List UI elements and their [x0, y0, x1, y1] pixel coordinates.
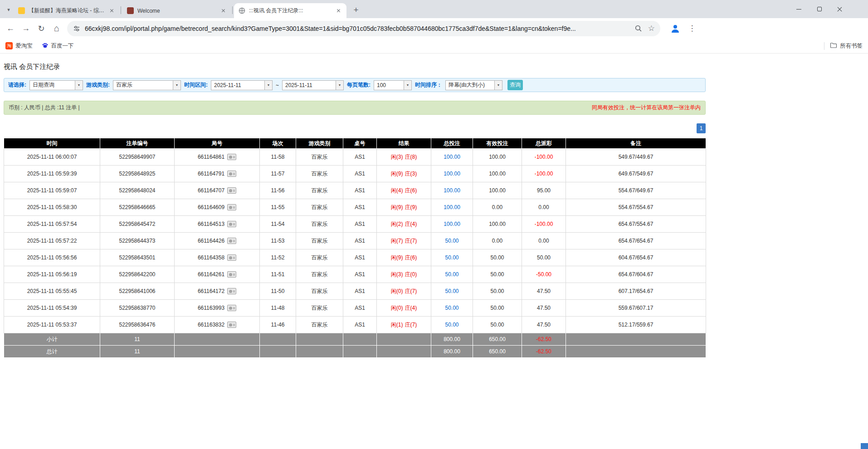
table-row: 2025-11-11 05:56:56 522958643501 6611643… [4, 249, 706, 266]
cell-session: 11-53 [260, 233, 296, 249]
cell-time: 2025-11-11 05:53:37 [4, 317, 100, 333]
chevron-down-icon[interactable] [173, 80, 181, 90]
total-bet-link[interactable]: 50.00 [445, 305, 458, 311]
address-bar[interactable]: 66cxkj98.com/ipl/portal.php/game/betreco… [67, 21, 660, 36]
table-row: 2025-11-11 05:55:45 522958641006 6611641… [4, 283, 706, 300]
bookmark-star-icon[interactable] [648, 24, 655, 33]
forward-icon[interactable] [18, 21, 34, 36]
result-banker: 庄(6) [405, 254, 417, 261]
date-from-dropdown[interactable]: 2025-11-11 [211, 80, 273, 90]
cell-total-bet: 100.00 [431, 149, 473, 166]
date-from-value[interactable]: 2025-11-11 [211, 80, 264, 90]
sort-value[interactable]: 降幕(由大到小) [445, 80, 494, 90]
cell-valid-bet: 50.00 [473, 249, 522, 266]
site-info-icon[interactable] [73, 24, 81, 33]
result-banker: 庄(7) [405, 238, 417, 244]
per-page-value[interactable]: 100 [374, 80, 404, 90]
video-replay-icon[interactable] [227, 288, 236, 294]
chevron-down-icon[interactable] [336, 80, 344, 90]
window-close-button[interactable] [829, 0, 850, 18]
pagination-bottom[interactable] [861, 443, 868, 449]
browser-tab-3-active[interactable]: :::视讯 会员下注纪录::: [234, 3, 346, 18]
cell-session: 11-54 [260, 216, 296, 233]
back-icon[interactable] [3, 21, 18, 36]
video-replay-icon[interactable] [227, 187, 236, 194]
date-to-value[interactable]: 2025-11-11 [282, 80, 336, 90]
game-type-label: 游戏类别: [86, 81, 110, 89]
cell-total-bet: 50.00 [431, 249, 473, 266]
cell-round-no: 661163993 [175, 300, 260, 317]
tab-1-title: 【新提醒】海燕策略论坛 - 综合... [29, 7, 105, 15]
search-button[interactable]: 查询 [507, 80, 523, 90]
chevron-down-icon[interactable] [264, 80, 273, 90]
total-bet-link[interactable]: 50.00 [445, 271, 458, 278]
video-replay-icon[interactable] [227, 204, 236, 210]
subtotal-row: 小计 11 800.00 650.00 -62.50 [4, 333, 706, 346]
total-bet-link[interactable]: 50.00 [445, 322, 458, 328]
cell-valid-bet: 100.00 [473, 149, 522, 166]
zoom-icon[interactable] [634, 24, 643, 33]
total-bet-link[interactable]: 100.00 [444, 171, 460, 177]
cell-result: 闲(0)庄(4) [377, 300, 431, 317]
bookmark-baidu[interactable]: 百度一下 [42, 42, 74, 50]
chevron-down-icon[interactable] [75, 80, 83, 90]
page-title: 视讯 会员下注纪录 [4, 63, 706, 71]
total-bet-link[interactable]: 100.00 [444, 154, 460, 160]
page-1-button[interactable]: 1 [697, 123, 706, 133]
cell-valid-bet: 100.00 [473, 216, 522, 233]
per-page-dropdown[interactable]: 100 [374, 80, 412, 90]
total-bet-link[interactable]: 50.00 [445, 238, 458, 244]
total-label: 总计 [4, 346, 100, 358]
query-type-value[interactable]: 日期查询 [29, 80, 75, 90]
cell-valid-bet: 0.00 [473, 233, 522, 249]
video-replay-icon[interactable] [227, 322, 236, 328]
cell-bet-no: 522958636476 [100, 317, 175, 333]
total-bet-link[interactable]: 50.00 [445, 254, 458, 261]
chevron-down-icon[interactable] [494, 80, 502, 90]
video-replay-icon[interactable] [227, 271, 236, 278]
total-bet-link[interactable]: 100.00 [444, 221, 460, 227]
browser-menu-icon[interactable] [686, 24, 698, 33]
game-type-dropdown[interactable]: 百家乐 [113, 80, 181, 90]
tab-search-icon[interactable] [4, 5, 14, 15]
window-controls [789, 0, 850, 18]
profile-avatar[interactable] [669, 23, 681, 34]
header-round-no: 局号 [175, 138, 260, 149]
bookmark-taobao[interactable]: 淘 爱淘宝 [5, 42, 33, 50]
video-replay-icon[interactable] [227, 221, 236, 227]
tab-2-close-icon[interactable] [219, 7, 227, 15]
total-bet-link[interactable]: 50.00 [445, 288, 458, 294]
video-replay-icon[interactable] [227, 154, 236, 160]
game-type-value[interactable]: 百家乐 [113, 80, 173, 90]
new-tab-button[interactable] [350, 4, 362, 16]
cell-round-no: 661164609 [175, 199, 260, 216]
tab-1-close-icon[interactable] [108, 7, 116, 15]
browser-tab-2[interactable]: Welcome [122, 3, 231, 18]
cell-note: 549.67/449.67 [566, 149, 706, 166]
bookmarks-divider [824, 42, 824, 50]
tab-3-close-icon[interactable] [335, 7, 342, 15]
total-bet-link[interactable]: 100.00 [444, 187, 460, 194]
browser-tab-1[interactable]: 【新提醒】海燕策略论坛 - 综合... [14, 3, 120, 18]
result-banker: 庄(8) [405, 154, 417, 160]
reload-icon[interactable] [34, 21, 49, 36]
video-replay-icon[interactable] [227, 305, 236, 311]
round-no: 661163832 [198, 322, 224, 328]
url-text[interactable]: 66cxkj98.com/ipl/portal.php/game/betreco… [85, 25, 634, 32]
minimize-button[interactable] [789, 0, 809, 18]
query-type-dropdown[interactable]: 日期查询 [29, 80, 83, 90]
video-replay-icon[interactable] [227, 171, 236, 177]
total-bet-link[interactable]: 100.00 [444, 204, 460, 210]
tab-3-title: :::视讯 会员下注纪录::: [249, 7, 332, 15]
all-bookmarks[interactable]: 所有书签 [830, 42, 863, 50]
cell-valid-bet: 50.00 [473, 300, 522, 317]
chevron-down-icon[interactable] [404, 80, 412, 90]
date-to-dropdown[interactable]: 2025-11-11 [282, 80, 344, 90]
cell-game-type: 百家乐 [296, 266, 343, 283]
maximize-button[interactable] [809, 0, 829, 18]
video-replay-icon[interactable] [227, 254, 236, 261]
cell-game-type: 百家乐 [296, 233, 343, 249]
video-replay-icon[interactable] [227, 238, 236, 244]
sort-dropdown[interactable]: 降幕(由大到小) [445, 80, 502, 90]
home-icon[interactable] [49, 21, 64, 36]
